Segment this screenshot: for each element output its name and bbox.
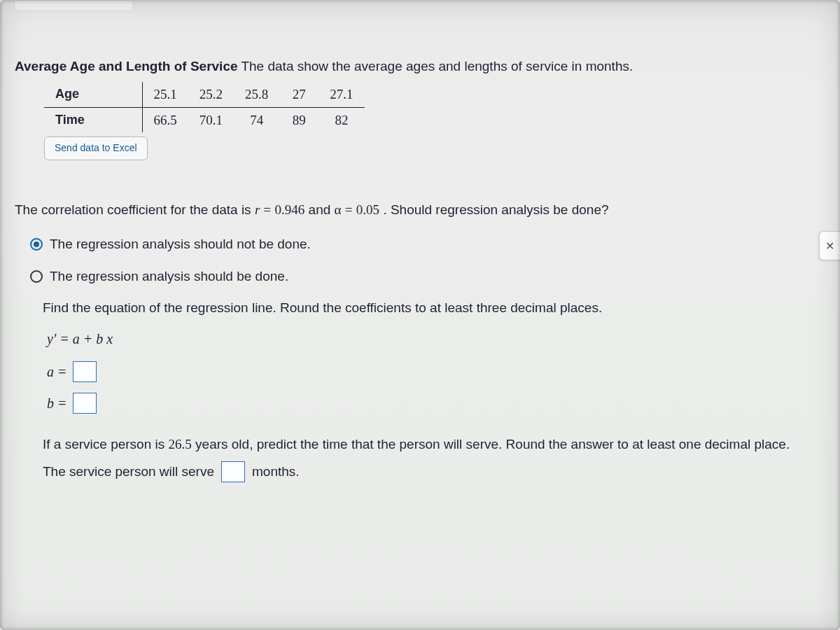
send-to-excel-button[interactable]: Send data to Excel <box>44 136 148 160</box>
alpha-value: 0.05 <box>356 202 379 217</box>
serve-time-input[interactable] <box>221 461 245 482</box>
var-alpha: α <box>335 202 342 217</box>
text: = <box>345 202 353 217</box>
cell: 25.8 <box>234 82 279 107</box>
text: . Should regression analysis be done? <box>383 202 608 217</box>
cell: 25.2 <box>188 82 234 107</box>
r-value: 0.946 <box>275 202 305 217</box>
cell: 82 <box>318 107 364 132</box>
radio-option-done[interactable]: The regression analysis should be done. <box>30 266 825 286</box>
coef-b-input[interactable] <box>73 393 97 414</box>
close-icon: ✕ <box>825 239 834 253</box>
serve-answer-line: The service person will serve months. <box>43 461 825 482</box>
text: The correlation coefficient for the data… <box>15 202 255 217</box>
predict-age: 26.5 <box>169 437 192 451</box>
title-rest: The data show the average ages and lengt… <box>238 59 634 74</box>
question-panel: Average Age and Length of Service The da… <box>2 0 838 630</box>
excel-button-label: Send data to Excel <box>55 142 137 153</box>
text: months. <box>252 461 300 482</box>
data-table: Age 25.1 25.2 25.8 27 27.1 Time 66.5 70.… <box>44 82 365 132</box>
radio-icon <box>30 270 43 283</box>
row-label-age: Age <box>44 82 142 107</box>
coef-b-row: b = <box>47 393 825 414</box>
predict-question: If a service person is 26.5 years old, p… <box>43 434 799 454</box>
radio-option-not-done[interactable]: The regression analysis should not be do… <box>30 234 825 254</box>
option-label: The regression analysis should be done. <box>50 266 288 286</box>
text: The service person will serve <box>43 461 214 482</box>
question-title: Average Age and Length of Service The da… <box>15 56 825 76</box>
cell: 66.5 <box>142 107 188 132</box>
text: and <box>309 202 335 217</box>
radio-icon <box>30 238 43 251</box>
cell: 25.1 <box>142 82 188 107</box>
cell: 70.1 <box>188 107 234 132</box>
correlation-question: The correlation coefficient for the data… <box>15 200 825 220</box>
title-bold: Average Age and Length of Service <box>15 59 238 74</box>
cell: 27 <box>279 82 318 107</box>
cell: 74 <box>234 107 279 132</box>
regression-equation: y' = a + b x <box>47 328 825 350</box>
coef-a-label: a = <box>47 361 67 383</box>
table-row: Time 66.5 70.1 74 89 82 <box>44 107 365 132</box>
text: If a service person is <box>43 437 169 451</box>
text: years old, predict the time that the per… <box>195 437 790 451</box>
find-equation-text: Find the equation of the regression line… <box>43 298 825 318</box>
coef-b-label: b = <box>47 393 67 414</box>
text: = <box>264 202 272 217</box>
cell: 89 <box>279 107 318 132</box>
option-label: The regression analysis should not be do… <box>50 234 311 254</box>
table-row: Age 25.1 25.2 25.8 27 27.1 <box>44 82 365 107</box>
coef-a-row: a = <box>47 361 825 383</box>
cell: 27.1 <box>318 82 364 107</box>
coef-a-input[interactable] <box>73 361 97 382</box>
row-label-time: Time <box>44 107 142 132</box>
var-r: r <box>255 202 260 217</box>
close-button[interactable]: ✕ <box>819 231 840 260</box>
radio-group: The regression analysis should not be do… <box>15 234 825 286</box>
